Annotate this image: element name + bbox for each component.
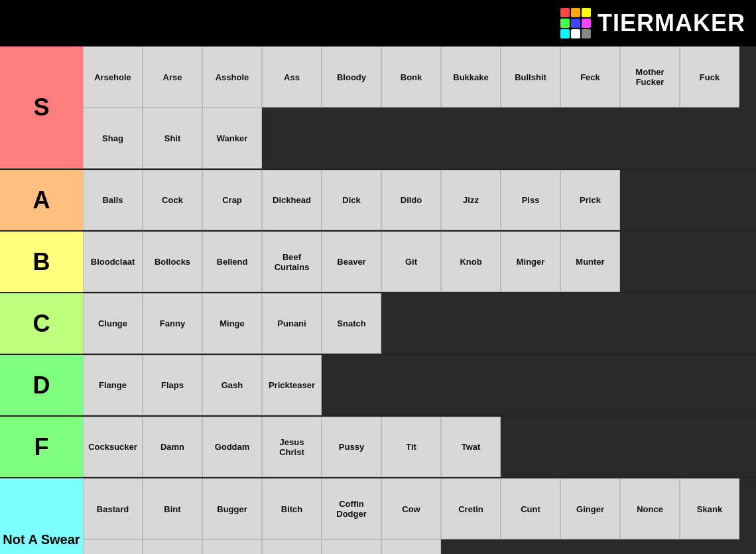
tier-item[interactable]: Prickteaser: [262, 355, 322, 415]
tier-item[interactable]: Feck: [560, 46, 620, 107]
tier-item[interactable]: Skank: [680, 478, 739, 539]
logo-text: TiERMAKER: [598, 9, 745, 37]
tier-item[interactable]: Cretin: [441, 478, 501, 539]
tier-item[interactable]: Ass: [262, 46, 322, 107]
tier-item[interactable]: Bint: [143, 478, 202, 539]
tier-item[interactable]: Beef Curtains: [262, 232, 322, 292]
tier-items-a: Balls Cock Crap Dickhead Dick Dildo Jizz…: [83, 170, 756, 230]
tier-row-s: S Arsehole Arse Asshole Ass Bloody Bonk …: [0, 46, 756, 170]
tier-item[interactable]: Prick: [560, 170, 620, 230]
tier-row-f: F Cocksucker Damn Goddam Jesus Christ Pu…: [0, 417, 756, 478]
tier-item[interactable]: Dick: [322, 170, 381, 230]
tier-item[interactable]: Bellend: [202, 232, 262, 292]
tier-label-c: C: [0, 293, 83, 354]
tier-items-d: Flange Flaps Gash Prickteaser: [83, 355, 756, 415]
tier-item[interactable]: Flaps: [143, 355, 202, 415]
tier-item[interactable]: Slag: [83, 539, 143, 554]
tier-row-a: A Balls Cock Crap Dickhead Dick Dildo Ji…: [0, 170, 756, 232]
tier-label-nas: Not A Swear: [0, 478, 83, 554]
tier-row-nas: Not A Swear Bastard Bint Bugger Bitch Co…: [0, 478, 756, 554]
tier-item[interactable]: Fuck: [680, 46, 739, 107]
tier-item[interactable]: Snatch: [322, 293, 381, 354]
tier-item[interactable]: Bonk: [381, 46, 441, 107]
tier-item[interactable]: Mother Fucker: [620, 46, 680, 107]
tier-item[interactable]: Cunt: [501, 478, 560, 539]
tier-item[interactable]: Tit: [381, 417, 441, 477]
tier-item[interactable]: Pussy: [322, 417, 381, 477]
tier-item[interactable]: Coffin Dodger: [322, 478, 381, 539]
tier-item[interactable]: Dildo: [381, 170, 441, 230]
tier-item[interactable]: Bloody: [322, 46, 381, 107]
tier-item[interactable]: Slut: [202, 539, 262, 554]
tier-row-d: D Flange Flaps Gash Prickteaser: [0, 355, 756, 417]
tier-item[interactable]: Minger: [501, 232, 560, 292]
tier-item[interactable]: Cocksucker: [83, 417, 143, 477]
tier-item[interactable]: Punani: [262, 293, 322, 354]
tier-item[interactable]: Knob: [441, 232, 501, 292]
tier-item[interactable]: Sod: [262, 539, 322, 554]
tier-item[interactable]: Wanker: [202, 107, 262, 169]
tier-label-f: F: [0, 417, 83, 477]
tier-item[interactable]: Shag: [83, 107, 143, 169]
tier-item[interactable]: Gash: [202, 355, 262, 415]
tier-item[interactable]: Arse: [143, 46, 202, 107]
tier-item[interactable]: Git: [381, 232, 441, 292]
tier-item[interactable]: Bitch: [262, 478, 322, 539]
tier-row-b: B Bloodclaat Bollocks Bellend Beef Curta…: [0, 232, 756, 293]
tier-item[interactable]: Dickhead: [262, 170, 322, 230]
tier-list: TiERMAKER S Arsehole Arse Asshole Ass Bl…: [0, 0, 756, 554]
tier-item[interactable]: Slapper: [143, 539, 202, 554]
tier-item[interactable]: Damn: [143, 417, 202, 477]
logo-cell: [571, 19, 580, 28]
logo-cell: [582, 29, 591, 38]
tier-item[interactable]: Bastard: [83, 478, 143, 539]
logo-cell: [560, 19, 570, 28]
tier-item[interactable]: Balls: [83, 170, 143, 230]
logo-cell: [571, 8, 580, 17]
tier-label-d: D: [0, 355, 83, 415]
tier-item[interactable]: Jizz: [441, 170, 501, 230]
tier-item[interactable]: Piss: [501, 170, 560, 230]
tier-item[interactable]: Shit: [143, 107, 202, 169]
tier-item[interactable]: Whore: [381, 539, 441, 554]
tier-item[interactable]: Arsehole: [83, 46, 143, 107]
tier-item[interactable]: Twat: [441, 417, 501, 477]
logo-cell: [560, 8, 570, 17]
tier-items-s: Arsehole Arse Asshole Ass Bloody Bonk Bu…: [83, 46, 756, 169]
tier-item[interactable]: Minge: [202, 293, 262, 354]
tier-item[interactable]: Crap: [202, 170, 262, 230]
tier-item[interactable]: Fanny: [143, 293, 202, 354]
logo-grid-icon: [560, 8, 591, 38]
tier-items-c: Clunge Fanny Minge Punani Snatch: [83, 293, 756, 354]
tier-item[interactable]: Asshole: [202, 46, 262, 107]
logo-cell: [582, 19, 591, 28]
logo-cell: [571, 29, 580, 38]
tier-item[interactable]: Flange: [83, 355, 143, 415]
tier-label-b: B: [0, 232, 83, 292]
tier-item[interactable]: Tart: [322, 539, 381, 554]
tier-items-b: Bloodclaat Bollocks Bellend Beef Curtain…: [83, 232, 756, 292]
tier-item[interactable]: Munter: [560, 232, 620, 292]
tier-item[interactable]: Bukkake: [441, 46, 501, 107]
tier-item[interactable]: Cock: [143, 170, 202, 230]
tier-items-f: Cocksucker Damn Goddam Jesus Christ Puss…: [83, 417, 756, 477]
tier-item[interactable]: Ginger: [560, 478, 620, 539]
tier-item[interactable]: Bugger: [202, 478, 262, 539]
tier-item[interactable]: Bollocks: [143, 232, 202, 292]
tier-item[interactable]: Goddam: [202, 417, 262, 477]
logo: TiERMAKER: [560, 8, 745, 38]
tier-label-a: A: [0, 170, 83, 230]
tier-item[interactable]: Nonce: [620, 478, 680, 539]
tier-row-c: C Clunge Fanny Minge Punani Snatch: [0, 293, 756, 355]
tier-item[interactable]: Bullshit: [501, 46, 560, 107]
header: TiERMAKER: [0, 0, 756, 46]
tier-item[interactable]: Beaver: [322, 232, 381, 292]
tier-item[interactable]: Bloodclaat: [83, 232, 143, 292]
tier-items-nas: Bastard Bint Bugger Bitch Coffin Dodger …: [83, 478, 756, 554]
tier-item[interactable]: Jesus Christ: [262, 417, 322, 477]
tier-item[interactable]: Cow: [381, 478, 441, 539]
logo-cell: [560, 29, 570, 38]
tier-label-s: S: [0, 46, 83, 169]
logo-cell: [582, 8, 591, 17]
tier-item[interactable]: Clunge: [83, 293, 143, 354]
